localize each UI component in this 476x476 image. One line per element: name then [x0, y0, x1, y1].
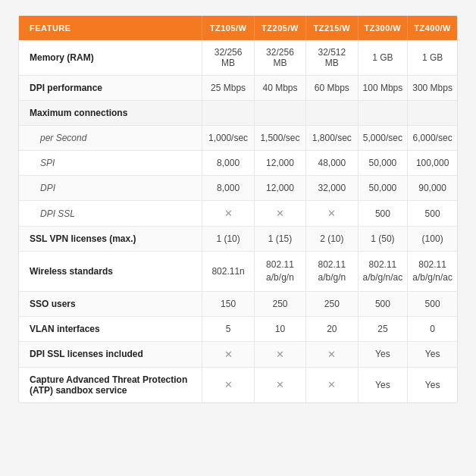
table-row: Capture Advanced Threat Protection (ATP)…	[19, 367, 457, 402]
cell-value: 50,000	[358, 151, 408, 176]
cell-value: 10	[254, 316, 305, 341]
cell-value: 20	[306, 316, 358, 341]
cell-value: 1,500/sec	[254, 126, 305, 151]
table-row: DPI performance25 Mbps40 Mbps60 Mbps100 …	[19, 76, 457, 101]
cell-value: 802.11 a/b/g/n	[306, 252, 358, 292]
table-row: SSO users150250250500500	[19, 291, 457, 316]
table-row: DPI SSL✕✕✕500500	[19, 201, 457, 227]
cell-value: 32,000	[306, 176, 358, 201]
feature-label: DPI SSL	[19, 201, 202, 227]
feature-label: SSL VPN licenses (max.)	[19, 227, 202, 252]
cell-value: 100 Mbps	[358, 76, 408, 101]
cell-value: (100)	[408, 227, 457, 252]
tz400w-header: TZ400/W	[408, 16, 457, 40]
cell-value: 1 GB	[408, 40, 457, 76]
table-row: Maximum connections	[19, 101, 457, 126]
table-row: DPI8,00012,00032,00050,00090,000	[19, 176, 457, 201]
cell-value: 150	[202, 291, 254, 316]
cell-value: Yes	[358, 367, 408, 402]
tz105w-header: TZ105/W	[202, 16, 254, 40]
cell-value: 802.11 a/b/g/n/ac	[358, 252, 408, 292]
cell-value: 8,000	[202, 151, 254, 176]
cell-value: ✕	[202, 341, 254, 367]
cell-value: ✕	[254, 201, 305, 227]
cell-value: 5,000/sec	[358, 126, 408, 151]
header-row: FEATURE TZ105/W TZ205/W TZ215/W TZ300/W …	[19, 16, 457, 40]
feature-label: DPI performance	[19, 76, 202, 101]
feature-label: Maximum connections	[19, 101, 202, 126]
cell-value: ✕	[254, 341, 305, 367]
feature-label: SPI	[19, 151, 202, 176]
cell-value: 25	[358, 316, 408, 341]
cell-value: 500	[408, 201, 457, 227]
cell-value: 6,000/sec	[408, 126, 457, 151]
cell-value: ✕	[306, 201, 358, 227]
x-mark: ✕	[224, 349, 233, 360]
cell-value: 500	[408, 291, 457, 316]
cell-value: 50,000	[358, 176, 408, 201]
cell-value: 300 Mbps	[408, 76, 457, 101]
cell-value: 250	[254, 291, 305, 316]
cell-value: 100,000	[408, 151, 457, 176]
comparison-table: FEATURE TZ105/W TZ205/W TZ215/W TZ300/W …	[18, 15, 458, 403]
table-row: VLAN interfaces51020250	[19, 316, 457, 341]
cell-value: 250	[306, 291, 358, 316]
cell-value: 5	[202, 316, 254, 341]
x-mark: ✕	[276, 379, 284, 390]
cell-value	[254, 101, 305, 126]
feature-label: Capture Advanced Threat Protection (ATP)…	[19, 367, 202, 402]
cell-value: 1,800/sec	[306, 126, 358, 151]
tz215w-header: TZ215/W	[306, 16, 358, 40]
x-mark: ✕	[276, 349, 284, 360]
cell-value: 802.11 a/b/g/n	[254, 252, 305, 292]
cell-value	[202, 101, 254, 126]
table-row: per Second1,000/sec1,500/sec1,800/sec5,0…	[19, 126, 457, 151]
cell-value: 90,000	[408, 176, 457, 201]
cell-value: 48,000	[306, 151, 358, 176]
feature-label: SSO users	[19, 291, 202, 316]
cell-value: 0	[408, 316, 457, 341]
table-row: SSL VPN licenses (max.)1 (10)1 (15)2 (10…	[19, 227, 457, 252]
cell-value: 2 (10)	[306, 227, 358, 252]
cell-value: 802.11n	[202, 252, 254, 292]
feature-label: Memory (RAM)	[19, 40, 202, 76]
cell-value: 1 (15)	[254, 227, 305, 252]
feature-header: FEATURE	[19, 16, 202, 40]
cell-value: 32/512 MB	[306, 40, 358, 76]
x-mark: ✕	[327, 349, 336, 360]
feature-label: VLAN interfaces	[19, 316, 202, 341]
table-row: Memory (RAM)32/256 MB32/256 MB32/512 MB1…	[19, 40, 457, 76]
cell-value: 802.11 a/b/g/n/ac	[408, 252, 457, 292]
cell-value	[306, 101, 358, 126]
cell-value: 8,000	[202, 176, 254, 201]
x-mark: ✕	[327, 208, 336, 219]
cell-value: 25 Mbps	[202, 76, 254, 101]
feature-label: Wireless standards	[19, 252, 202, 292]
x-mark: ✕	[327, 379, 336, 390]
cell-value: 500	[358, 291, 408, 316]
cell-value	[358, 101, 408, 126]
table-row: SPI8,00012,00048,00050,000100,000	[19, 151, 457, 176]
table-row: DPI SSL licenses included✕✕✕YesYes	[19, 341, 457, 367]
tz205w-header: TZ205/W	[254, 16, 305, 40]
cell-value: 500	[358, 201, 408, 227]
x-mark: ✕	[224, 208, 233, 219]
x-mark: ✕	[276, 208, 284, 219]
cell-value: 60 Mbps	[306, 76, 358, 101]
cell-value: ✕	[306, 367, 358, 402]
feature-label: per Second	[19, 126, 202, 151]
cell-value: 1 GB	[358, 40, 408, 76]
cell-value: ✕	[306, 341, 358, 367]
cell-value: 12,000	[254, 176, 305, 201]
cell-value: 32/256 MB	[202, 40, 254, 76]
cell-value: 1 (10)	[202, 227, 254, 252]
cell-value: ✕	[254, 367, 305, 402]
cell-value: Yes	[408, 367, 457, 402]
table-row: Wireless standards802.11n802.11 a/b/g/n8…	[19, 252, 457, 292]
cell-value	[408, 101, 457, 126]
cell-value: 40 Mbps	[254, 76, 305, 101]
cell-value: 32/256 MB	[254, 40, 305, 76]
cell-value: Yes	[358, 341, 408, 367]
cell-value: ✕	[202, 201, 254, 227]
feature-label: DPI SSL licenses included	[19, 341, 202, 367]
